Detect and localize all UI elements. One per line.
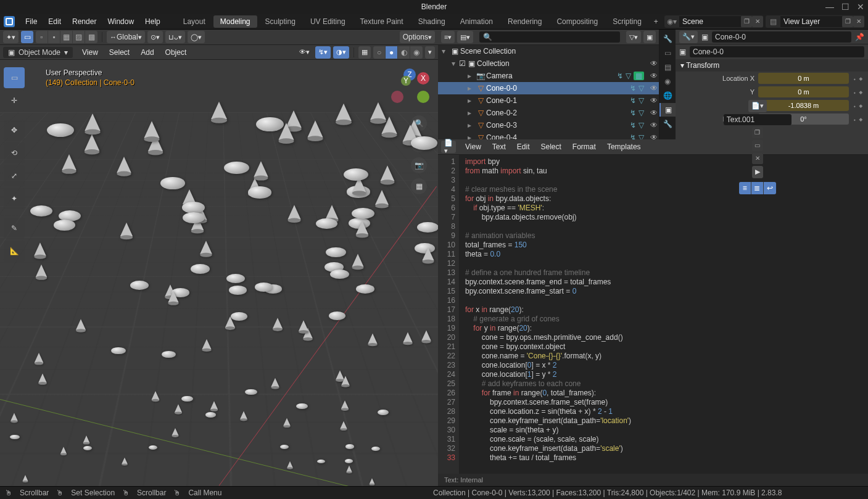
- menu-edit[interactable]: Edit: [43, 17, 67, 26]
- props-object-name-2[interactable]: [690, 46, 864, 57]
- options-dropdown[interactable]: Options ▾: [400, 31, 435, 43]
- outliner-scene-row[interactable]: ▾▣ Scene Collection: [438, 45, 659, 57]
- te-menu-templates[interactable]: Templates: [601, 142, 647, 151]
- te-menu-edit[interactable]: Edit: [511, 142, 535, 151]
- pin-icon[interactable]: 📌: [855, 33, 864, 41]
- eye-icon[interactable]: 👁: [649, 59, 659, 68]
- menu-window[interactable]: Window: [102, 17, 139, 26]
- tab-scene[interactable]: ◉: [659, 75, 676, 88]
- orbit-gizmo[interactable]: X Z Y: [394, 68, 427, 102]
- select-box-tool[interactable]: ▭: [4, 67, 25, 88]
- scene-close-button[interactable]: ✕: [752, 16, 763, 27]
- move-tool[interactable]: ✥: [4, 120, 25, 141]
- viewport-3d[interactable]: User Perspective (149) Collection | Cone…: [0, 60, 438, 486]
- viewlayer-close-button[interactable]: ✕: [853, 16, 864, 27]
- transform-panel-header[interactable]: ▾ Transform: [676, 59, 868, 72]
- sel-mode-1[interactable]: ▫: [36, 31, 48, 43]
- snap-toggle[interactable]: ⊔ᴗ▾: [165, 31, 185, 43]
- scene-name-input[interactable]: [679, 16, 741, 27]
- loc-y[interactable]: 0 m: [758, 86, 849, 97]
- tab-viewlayer[interactable]: ▤: [659, 60, 676, 74]
- outliner-item[interactable]: ▸📷Camera↯▽▦👁: [438, 70, 659, 82]
- minimize-button[interactable]: —: [825, 2, 834, 12]
- shading-options-dropdown[interactable]: ▾: [425, 46, 435, 59]
- maximize-button[interactable]: ☐: [841, 2, 849, 12]
- close-button[interactable]: ✕: [857, 2, 864, 12]
- viewlayer-name-input[interactable]: [780, 16, 842, 27]
- tab-animation[interactable]: Animation: [453, 15, 500, 28]
- tab-texture-paint[interactable]: Texture Paint: [353, 15, 410, 28]
- tab-layout[interactable]: Layout: [176, 15, 212, 28]
- outliner-new-collection[interactable]: ▣: [643, 31, 656, 43]
- axis-y-neg[interactable]: [417, 91, 429, 103]
- cursor-tool[interactable]: ✛: [4, 90, 25, 111]
- ortho-button[interactable]: ▦: [411, 178, 427, 194]
- sel-mode-4[interactable]: ▨: [73, 31, 85, 43]
- proportional-toggle[interactable]: ◯▾: [188, 31, 205, 43]
- editor-type-dropdown[interactable]: ✦▾: [3, 31, 19, 43]
- sel-mode-2[interactable]: ▪: [48, 31, 60, 43]
- scene-browse-button[interactable]: ❐: [741, 16, 752, 27]
- orientation-dropdown[interactable]: ↔ Global ▾: [107, 31, 145, 43]
- outliner-item[interactable]: ▸▽Cone-0-4↯▽👁: [438, 131, 659, 139]
- text-browse[interactable]: 📄▾: [748, 100, 767, 112]
- code-area[interactable]: 1234567891011121314151617181920212223242…: [438, 155, 868, 474]
- annotate-tool[interactable]: ✎: [4, 218, 25, 239]
- eye-icon[interactable]: 👁: [649, 84, 659, 93]
- outliner-display-dropdown[interactable]: ▤▾: [457, 31, 473, 43]
- outliner-filter-button[interactable]: ▽▾: [626, 31, 641, 43]
- pivot-dropdown[interactable]: ⊙▾: [147, 31, 163, 43]
- props-object-name[interactable]: [712, 31, 851, 43]
- tab-compositing[interactable]: Compositing: [550, 15, 605, 28]
- outliner-item[interactable]: ▸▽Cone-0-3↯▽👁: [438, 119, 659, 131]
- tab-output[interactable]: ▭: [659, 46, 676, 60]
- workspace-add-button[interactable]: +: [649, 15, 663, 28]
- tab-rendering[interactable]: Rendering: [501, 15, 548, 28]
- sel-mode-3[interactable]: ▦: [60, 31, 73, 43]
- outliner-collection-row[interactable]: ▾☑ ▣ Collection 👁: [438, 57, 659, 70]
- tab-uv-editing[interactable]: UV Editing: [304, 15, 352, 28]
- vp-menu-add[interactable]: Add: [135, 48, 159, 57]
- outliner-tree[interactable]: ▾▣ Scene Collection ▾☑ ▣ Collection 👁 ▸📷…: [438, 45, 659, 139]
- overlays-toggle[interactable]: ◑▾: [333, 46, 349, 59]
- text-name-input[interactable]: [724, 114, 792, 125]
- axis-x-neg[interactable]: [391, 91, 403, 103]
- eye-icon[interactable]: 👁: [649, 72, 659, 80]
- visibility-dropdown[interactable]: 👁▾: [296, 46, 313, 59]
- te-menu-text[interactable]: Text: [487, 142, 511, 151]
- menu-render[interactable]: Render: [67, 17, 102, 26]
- shading-matprev[interactable]: ◐: [398, 46, 410, 59]
- sel-mode-5[interactable]: ▩: [85, 31, 97, 43]
- tab-modeling[interactable]: Modeling: [213, 15, 257, 28]
- vp-menu-view[interactable]: View: [76, 48, 104, 57]
- gizmo-toggle[interactable]: ↯▾: [315, 46, 331, 59]
- axis-x[interactable]: X: [417, 72, 429, 85]
- measure-tool[interactable]: 📐: [4, 241, 25, 262]
- vp-menu-object[interactable]: Object: [160, 48, 192, 57]
- outliner-item[interactable]: ▸▽Cone-0-2↯▽👁: [438, 107, 659, 119]
- tab-shading[interactable]: Shading: [411, 15, 452, 28]
- xray-toggle[interactable]: ▦: [358, 46, 371, 59]
- select-mode-tweak[interactable]: ▭: [21, 31, 33, 43]
- text-unlink[interactable]: ▭: [752, 140, 763, 151]
- outliner-editor-dropdown[interactable]: ≡▾: [441, 31, 455, 43]
- shading-wire[interactable]: ○: [373, 46, 386, 59]
- props-editor-dropdown[interactable]: 🔧▾: [679, 31, 698, 43]
- menu-file[interactable]: File: [20, 17, 43, 26]
- outliner-item[interactable]: ▸▽Cone-0-1↯▽👁: [438, 94, 659, 107]
- te-menu-format[interactable]: Format: [567, 142, 601, 151]
- scene-selector[interactable]: ◉▾ ❐ ✕: [664, 15, 763, 28]
- outliner-search[interactable]: [479, 31, 620, 43]
- viewlayer-selector[interactable]: ▤ ❐ ✕: [766, 15, 864, 28]
- texted-editor-dropdown[interactable]: 📄▾: [441, 141, 456, 153]
- blender-logo-icon[interactable]: [4, 16, 15, 27]
- tab-scripting[interactable]: Scripting: [606, 15, 648, 28]
- menu-help[interactable]: Help: [139, 17, 166, 26]
- scale-tool[interactable]: ⤢: [4, 165, 25, 186]
- axis-y[interactable]: Y: [401, 76, 411, 86]
- shading-solid[interactable]: ●: [386, 46, 398, 59]
- vp-menu-select[interactable]: Select: [104, 48, 135, 57]
- transform-tool[interactable]: ✦: [4, 188, 25, 209]
- shading-render[interactable]: ◉: [410, 46, 423, 59]
- viewlayer-browse-button[interactable]: ❐: [842, 16, 853, 27]
